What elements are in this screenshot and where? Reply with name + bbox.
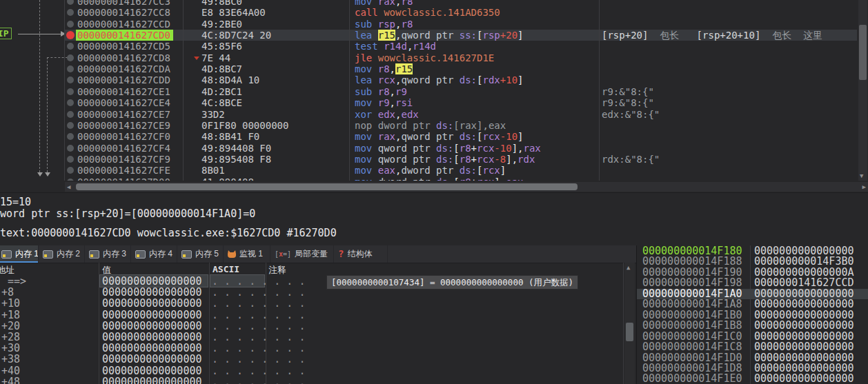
- stack-row[interactable]: 000000000014F1B80000000000000000: [637, 321, 868, 331]
- breakpoint-dot-icon[interactable]: [67, 122, 74, 129]
- disasm-row[interactable]: 0000000141627D0041:890408mov dword ptr d…: [0, 176, 868, 181]
- instruction-address: 0000000141627CE1: [77, 86, 170, 97]
- token: qword ptr: [401, 74, 459, 85]
- instruction-bytes: 4C:8D7C24 20: [201, 30, 271, 41]
- disasm-row[interactable]: 0000000141627CC8E8 83E64A00call wowclass…: [0, 7, 868, 18]
- token: -10: [494, 143, 511, 154]
- dump-row[interactable]: +280000000000000000. . . . . . . .: [0, 332, 624, 343]
- tab-locals-7[interactable]: [x=]局部变量: [270, 245, 334, 263]
- scrollbar-thumb[interactable]: [76, 183, 578, 190]
- token: mov: [355, 165, 378, 176]
- disasm-row[interactable]: 0000000141627CD04C:8D7C24 20lea r15,qwor…: [0, 30, 868, 41]
- breakpoint-dot-icon[interactable]: [67, 179, 74, 181]
- tab-memory-3[interactable]: 内存 3: [85, 245, 131, 263]
- token: rcx: [477, 176, 494, 181]
- rip-dot-icon[interactable]: [66, 31, 75, 39]
- breakpoint-dot-icon[interactable]: [67, 21, 74, 28]
- breakpoint-dot-icon[interactable]: [67, 0, 74, 5]
- dump-row[interactable]: +180000000000000000. . . . . . . .: [0, 310, 624, 321]
- instruction-address: 0000000141627CD8: [77, 52, 170, 63]
- scroll-left-icon[interactable]: ◀: [67, 183, 70, 190]
- instruction-bytes: 8B01: [201, 165, 225, 176]
- breakpoint-dot-icon[interactable]: [67, 145, 74, 152]
- scrollbar-thumb[interactable]: [859, 25, 867, 80]
- disasm-row[interactable]: 0000000141627CDA4D:8BC7mov r8,r15: [0, 63, 868, 74]
- disasm-row[interactable]: 0000000141627CCD49:2BE0sub rsp,r8: [0, 19, 868, 30]
- tab-memory-4[interactable]: 内存 4: [131, 245, 177, 263]
- tab-memory-2[interactable]: 内存 2: [39, 245, 85, 263]
- disasm-row[interactable]: 0000000141627CF949:895408 F8mov qword pt…: [0, 154, 868, 165]
- chip-dot: [44, 254, 47, 257]
- dump-row[interactable]: +480000000000000000. . . . . . . .: [0, 376, 624, 384]
- breakpoint-dot-icon[interactable]: [67, 156, 74, 163]
- dump-ascii: . . . . . . . .: [212, 276, 305, 287]
- dump-row[interactable]: +300000000000000000. . . . . . . .: [0, 343, 624, 354]
- breakpoint-dot-icon[interactable]: [67, 133, 74, 140]
- tab-watch-6[interactable]: 监视 1: [224, 245, 270, 263]
- disasm-horizontal-scrollbar[interactable]: ◀ ▶: [65, 182, 868, 192]
- instruction-text: mov eax,dword ptr ds:[rcx]: [355, 165, 506, 176]
- token: rcx: [477, 154, 494, 165]
- token: rcx: [482, 131, 500, 142]
- tab-struct-8[interactable]: ?结构体: [334, 245, 388, 263]
- dump-row[interactable]: +400000000000000000. . . . . . . .: [0, 365, 624, 376]
- dump-row[interactable]: +380000000000000000. . . . . . . .: [0, 354, 624, 365]
- disasm-row[interactable]: 0000000141627CE44C:8BCEmov r9,rsir9:&"8:…: [0, 97, 868, 108]
- dump-address: +10: [1, 298, 20, 309]
- dump-row[interactable]: +200000000000000000. . . . . . . .: [0, 321, 624, 332]
- token: edx:&"8:{": [602, 109, 660, 120]
- token: [: [453, 154, 459, 165]
- dump-vertical-scrollbar[interactable]: ▲: [624, 263, 635, 384]
- breakpoint-dot-icon[interactable]: [67, 65, 74, 72]
- disasm-row[interactable]: 0000000141627CE90F1F80 00000000nop dword…: [0, 120, 868, 131]
- column-divider: [183, 0, 184, 181]
- breakpoint-dot-icon[interactable]: [67, 77, 74, 83]
- instruction-address: 0000000141627CF4: [77, 143, 170, 154]
- disasm-row[interactable]: 0000000141627CFE8B01mov eax,dword ptr ds…: [0, 165, 868, 176]
- disasm-row[interactable]: 0000000141627CDD48:8D4A 10lea rcx,qword …: [0, 74, 868, 85]
- instruction-address: 0000000141627CE7: [77, 109, 170, 120]
- disasm-row[interactable]: 0000000141627CE733D2xor edx,edxedx:&"8:{…: [0, 109, 868, 120]
- breakpoint-dot-icon[interactable]: [67, 88, 74, 95]
- dump-ascii: . . . . . . . .: [212, 332, 305, 343]
- breakpoint-dot-icon[interactable]: [67, 111, 74, 118]
- scroll-right-icon[interactable]: ▶: [862, 183, 866, 190]
- scroll-down-icon[interactable]: ▼: [860, 172, 863, 179]
- token: r9:&"8:{": [602, 97, 654, 108]
- disasm-row[interactable]: 0000000141627CD545:85F6test r14d,r14d: [0, 41, 868, 52]
- breakpoint-dot-icon[interactable]: [67, 54, 74, 61]
- tab-memory-5[interactable]: 内存 5: [177, 245, 224, 263]
- scroll-up-icon[interactable]: ▲: [627, 264, 630, 271]
- stack-row[interactable]: 000000000014F1E00000000000000000: [637, 374, 868, 384]
- instruction-address: 0000000141627CE4: [77, 97, 170, 108]
- disasm-row[interactable]: 0000000141627CC349:8BC0mov rax,r8: [0, 0, 868, 7]
- token: mov: [355, 0, 378, 7]
- instruction-bytes: 41:890408: [201, 176, 254, 181]
- disasm-row[interactable]: 0000000141627CD87E 44jle wowclassic.1416…: [0, 52, 868, 63]
- tab-memory-1[interactable]: 内存 1: [0, 245, 39, 263]
- token: ds:: [460, 131, 477, 142]
- breakpoint-dot-icon[interactable]: [67, 43, 74, 50]
- stack-row[interactable]: 000000000014F1A80000000000000000: [637, 299, 868, 310]
- instruction-bytes: E8 83E64A00: [201, 7, 266, 18]
- scrollbar-thumb[interactable]: [626, 323, 633, 341]
- instruction-bytes: 48:8B41 F0: [201, 131, 259, 142]
- dump-row[interactable]: +100000000000000000. . . . . . . .: [0, 298, 624, 309]
- token: r9:&"8:{": [602, 86, 654, 97]
- token: +: [471, 154, 477, 165]
- disasm-row[interactable]: 0000000141627CF449:894408 F0mov qword pt…: [0, 143, 868, 154]
- breakpoint-dot-icon[interactable]: [67, 99, 74, 106]
- instruction-address: 0000000141627CD0: [77, 30, 170, 41]
- token: call: [355, 7, 384, 18]
- token: r8: [401, 19, 413, 30]
- instruction-bytes: 49:2BE0: [201, 19, 242, 30]
- struct-icon: ?: [338, 250, 344, 258]
- disasm-row[interactable]: 0000000141627CE14D:2BC1sub r8,r9r9:&"8:{…: [0, 86, 868, 97]
- stack-row[interactable]: 000000000014F1C80000000000000000: [637, 342, 868, 352]
- instruction-text: call wowclassic.141AD6350: [355, 7, 500, 18]
- bottom-tab-bar: 内存 1内存 2内存 3内存 4内存 5监视 1[x=]局部变量?结构体: [0, 245, 636, 263]
- breakpoint-dot-icon[interactable]: [67, 9, 74, 16]
- disasm-row[interactable]: 0000000141627CF048:8B41 F0mov rax,qword …: [0, 131, 868, 142]
- breakpoint-dot-icon[interactable]: [67, 167, 74, 174]
- disasm-vertical-scrollbar[interactable]: ▼: [858, 0, 867, 181]
